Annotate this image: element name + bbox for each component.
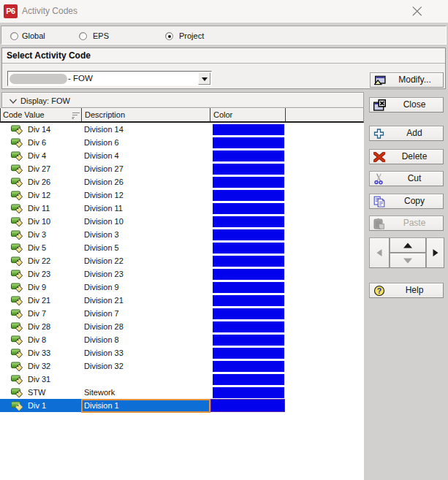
activity-code-dropdown[interactable]: - FOW xyxy=(7,71,212,86)
code-value-cell: Div 1 xyxy=(28,399,46,412)
shift-up-button[interactable] xyxy=(390,237,426,253)
color-swatch[interactable] xyxy=(213,256,284,267)
description-cell: Division 23 xyxy=(84,267,124,281)
color-swatch[interactable] xyxy=(213,361,284,372)
table-row[interactable]: Div 32 Division 32 xyxy=(0,359,364,373)
cut-button[interactable]: Cut xyxy=(369,171,444,186)
arrow-down-icon xyxy=(403,258,412,263)
paste-button[interactable]: Paste xyxy=(369,216,444,231)
color-swatch[interactable] xyxy=(213,374,284,385)
radio-global-label: Global xyxy=(22,26,45,45)
table-row[interactable]: Div 8 Division 8 xyxy=(0,333,364,346)
table-row[interactable]: Div 9 Division 9 xyxy=(0,281,364,294)
code-value-icon xyxy=(11,361,23,372)
copy-button[interactable]: Copy xyxy=(369,194,444,209)
table-row[interactable]: Div 7 Division 7 xyxy=(0,307,364,320)
dropdown-arrow-button[interactable] xyxy=(198,72,210,85)
table-row[interactable]: Div 23 Division 23 xyxy=(0,267,364,281)
code-value-cell: Div 4 xyxy=(28,149,46,162)
color-swatch[interactable] xyxy=(213,190,284,201)
table-row[interactable]: Div 28 Division 28 xyxy=(0,320,364,333)
p6-logo-icon: P6 xyxy=(4,4,18,18)
color-swatch[interactable] xyxy=(213,137,284,148)
code-value-icon xyxy=(11,151,23,161)
table-row[interactable]: Div 11 Division 11 xyxy=(0,202,364,215)
table-row[interactable]: Div 3 Division 3 xyxy=(0,228,364,241)
description-cell: Division 21 xyxy=(84,294,124,307)
table-row[interactable]: Div 26 Division 26 xyxy=(0,175,364,188)
color-swatch[interactable] xyxy=(213,282,284,293)
color-swatch[interactable] xyxy=(213,269,284,280)
description-cell: Division 10 xyxy=(84,215,124,228)
code-value-cell: Div 3 xyxy=(28,228,46,241)
table-row[interactable]: Div 14 Division 14 xyxy=(0,123,364,136)
add-button[interactable]: Add xyxy=(369,126,444,141)
table-row[interactable]: Div 21 Division 21 xyxy=(0,294,364,307)
table-row[interactable]: Div 10 Division 10 xyxy=(0,215,364,228)
shift-left-button[interactable] xyxy=(369,237,390,268)
radio-project[interactable] xyxy=(165,32,173,40)
description-cell: Division 8 xyxy=(84,333,119,346)
paste-clipboard-icon xyxy=(373,218,384,229)
code-value-icon xyxy=(11,203,23,214)
code-value-icon xyxy=(11,190,23,201)
color-swatch[interactable] xyxy=(213,321,284,332)
description-cell: Division 5 xyxy=(84,241,119,254)
table-row[interactable]: Div 12 Division 12 xyxy=(0,188,364,202)
color-swatch[interactable] xyxy=(213,164,284,175)
color-swatch[interactable] xyxy=(213,216,284,227)
table-row[interactable]: Div 5 Division 5 xyxy=(0,241,364,254)
table-row[interactable]: Div 4 Division 4 xyxy=(0,149,364,162)
column-divider xyxy=(210,108,210,121)
table-row[interactable]: Div 6 Division 6 xyxy=(0,136,364,149)
delete-button[interactable]: Delete xyxy=(369,149,444,164)
column-header-description[interactable]: Description xyxy=(85,110,125,121)
radio-eps[interactable] xyxy=(79,32,87,40)
code-value-cell: Div 12 xyxy=(28,188,50,202)
close-button[interactable]: Close xyxy=(369,97,444,113)
window-close-icon[interactable] xyxy=(410,4,425,18)
table-row[interactable]: Div 31 xyxy=(0,373,364,386)
chevron-down-icon xyxy=(9,99,18,104)
shift-right-button[interactable] xyxy=(426,237,444,268)
column-divider xyxy=(285,108,286,121)
shift-down-button[interactable] xyxy=(390,253,426,268)
color-swatch[interactable] xyxy=(213,243,284,254)
table-row[interactable]: Div 27 Division 27 xyxy=(0,162,364,175)
description-cell: Division 3 xyxy=(84,228,119,241)
help-label: Help xyxy=(386,283,443,297)
modify-button[interactable]: Modify... xyxy=(370,72,444,88)
code-value-icon xyxy=(11,374,23,385)
color-swatch[interactable] xyxy=(213,295,284,306)
copy-label: Copy xyxy=(386,194,443,208)
code-value-cell: Div 26 xyxy=(28,175,50,188)
table-row[interactable]: Div 33 Division 33 xyxy=(0,346,364,359)
color-swatch[interactable] xyxy=(213,203,284,214)
code-value-cell: Div 8 xyxy=(28,333,46,346)
code-value-cell: Div 27 xyxy=(28,162,50,175)
color-swatch[interactable] xyxy=(213,348,284,359)
color-swatch[interactable] xyxy=(210,399,285,412)
table-row[interactable]: STW Sitework xyxy=(0,386,364,399)
color-swatch[interactable] xyxy=(213,177,284,188)
color-swatch[interactable] xyxy=(213,308,284,319)
table-row[interactable]: Div 1 Division 1 xyxy=(0,399,364,412)
code-value-cell: Div 11 xyxy=(28,202,50,215)
svg-text:?: ? xyxy=(377,286,381,294)
column-header-color[interactable]: Color xyxy=(213,110,232,121)
color-swatch[interactable] xyxy=(213,124,284,135)
code-value-icon xyxy=(11,282,23,293)
color-swatch[interactable] xyxy=(213,387,284,398)
table-row[interactable]: Div 22 Division 22 xyxy=(0,254,364,267)
color-swatch[interactable] xyxy=(213,229,284,240)
cell-focus-border xyxy=(81,399,210,414)
code-value-cell: STW xyxy=(28,386,45,399)
column-header-code-value[interactable]: Code Value xyxy=(3,110,45,121)
code-value-cell: Div 9 xyxy=(28,281,46,294)
color-swatch[interactable] xyxy=(213,335,284,346)
code-value-cell: Div 5 xyxy=(28,241,46,254)
color-swatch[interactable] xyxy=(213,151,284,161)
display-options-bar[interactable]: Display: FOW xyxy=(1,92,364,108)
help-button[interactable]: ? Help xyxy=(369,283,444,298)
radio-global[interactable] xyxy=(10,32,18,40)
